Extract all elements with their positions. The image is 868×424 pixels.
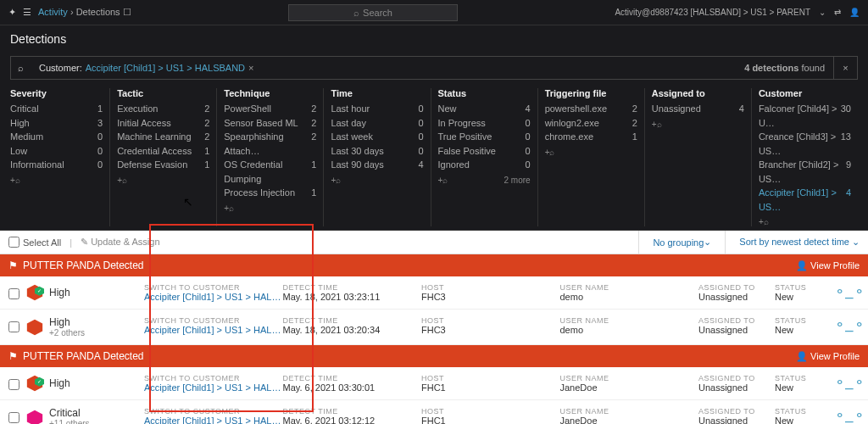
facet-item[interactable]: Brancher [Child2] > US…9 xyxy=(759,158,851,186)
facet-more[interactable]: 2 more xyxy=(504,176,531,185)
facet-item[interactable]: Informational0 xyxy=(10,158,103,172)
view-profile-button[interactable]: 👤 View Profile xyxy=(796,351,860,362)
sort-select[interactable]: Sort by newest detect time ⌄ xyxy=(726,237,860,248)
facet-search-icon[interactable]: +⌕ xyxy=(10,176,103,185)
facet-item[interactable]: Machine Learning2 xyxy=(117,130,209,144)
facet-item[interactable]: Last 30 days0 xyxy=(331,144,423,159)
breadcrumb-root[interactable]: Activity xyxy=(38,7,68,17)
facet-item[interactable]: chrome.exe1 xyxy=(545,130,637,144)
group-title: PUTTER PANDA Detected xyxy=(23,350,144,362)
global-search[interactable]: ⌕ Search xyxy=(288,4,458,21)
breadcrumb: Activity › Detections ☐ xyxy=(38,7,131,18)
facet-item[interactable]: Last day0 xyxy=(331,116,423,131)
host: FHC3 xyxy=(421,325,560,335)
facet-item[interactable]: Spearphishing Attach…2 xyxy=(224,130,316,158)
facet-search-icon[interactable]: +⌕ xyxy=(224,204,316,213)
facet-item[interactable]: Execution2 xyxy=(117,102,209,116)
search-icon[interactable]: ⌕ xyxy=(11,63,31,73)
facet-item[interactable]: PowerShell2 xyxy=(224,102,316,116)
detection-row[interactable]: ✓HighSWITCH TO CUSTOMERAccipiter [Child1… xyxy=(0,276,868,310)
facet-item[interactable]: High3 xyxy=(10,116,103,131)
facet-item[interactable]: True Positive0 xyxy=(438,130,531,144)
facet-item[interactable]: powershell.exe2 xyxy=(545,102,637,116)
facet-item[interactable]: Defense Evasion1 xyxy=(117,158,209,172)
list-toolbar: Select All | ✎ Update & Assign No groupi… xyxy=(0,231,868,254)
facet-item[interactable]: Low0 xyxy=(10,144,103,159)
group-title: PUTTER PANDA Detected xyxy=(23,259,144,271)
user-icon[interactable]: 👤 xyxy=(849,8,860,17)
grouping-select[interactable]: No grouping ⌄ xyxy=(638,231,726,254)
row-checkbox[interactable] xyxy=(8,321,19,332)
facet-item[interactable]: Sensor Based ML2 xyxy=(224,116,316,131)
facet-item[interactable]: Falconer [Child4] > U…30 xyxy=(759,102,851,130)
row-checkbox[interactable] xyxy=(8,288,19,299)
row-checkbox[interactable] xyxy=(8,379,19,390)
facet-item[interactable]: Creance [Child3] > US…13 xyxy=(759,130,851,158)
facet-item[interactable]: Initial Access2 xyxy=(117,116,209,131)
severity-label: High xyxy=(49,377,70,389)
customer-link[interactable]: Accipiter [Child1] > US1 > HALSBA… xyxy=(144,382,283,393)
process-tree-icon[interactable]: ⚬⎯⚬ xyxy=(834,407,860,423)
severity-icon xyxy=(25,409,44,425)
facet-item[interactable]: Critical1 xyxy=(10,102,103,116)
page-title: Detections xyxy=(0,25,868,53)
facet-item[interactable]: OS Credential Dumping1 xyxy=(224,158,316,186)
update-assign-button[interactable]: ✎ Update & Assign xyxy=(72,237,168,248)
facet-item[interactable]: Last 90 days4 xyxy=(331,158,423,172)
detect-time: May. 6, 2021 03:12:12 xyxy=(283,416,422,424)
customer-link[interactable]: Accipiter [Child1] > US1 > HALSBA… xyxy=(144,325,283,335)
detect-time: May. 18, 2021 03:23:11 xyxy=(283,292,422,302)
process-tree-icon[interactable]: ⚬⎯⚬ xyxy=(834,283,860,299)
svg-marker-3 xyxy=(27,319,42,334)
host: FHC1 xyxy=(421,382,560,393)
customer-link[interactable]: Accipiter [Child1] > US1 > HALSBA… xyxy=(144,416,283,424)
detection-row[interactable]: ✓HighSWITCH TO CUSTOMERAccipiter [Child1… xyxy=(0,367,868,400)
facet-item[interactable]: Last week0 xyxy=(331,130,423,144)
view-profile-button[interactable]: 👤 View Profile xyxy=(796,260,860,271)
flag-icon: ⚑ xyxy=(8,350,18,362)
facet-item[interactable]: Unassigned4 xyxy=(652,102,744,116)
facet-time: TimeLast hour0Last day0Last week0Last 30… xyxy=(323,88,430,226)
svg-marker-7 xyxy=(27,410,42,424)
facet-title: Time xyxy=(331,88,423,98)
flag-icon: ⚑ xyxy=(8,259,18,271)
facet-item[interactable]: Accipiter [Child1] > US…4 xyxy=(759,186,851,214)
facet-search-icon[interactable]: +⌕ xyxy=(117,176,209,185)
facet-item[interactable]: Ignored0 xyxy=(438,158,531,172)
facet-item[interactable]: False Positive0 xyxy=(438,144,531,159)
close-icon[interactable]: × xyxy=(248,63,253,73)
filter-bar: ⌕ Customer: Accipiter [Child1] > US1 > H… xyxy=(10,56,858,80)
severity-label: High xyxy=(49,316,85,328)
facet-item[interactable]: New4 xyxy=(438,102,531,116)
facet-search-icon[interactable]: +⌕ xyxy=(331,176,423,185)
menu-icon[interactable]: ☰ xyxy=(23,7,31,18)
row-checkbox[interactable] xyxy=(8,412,19,423)
detection-row[interactable]: Critical+11 othersSWITCH TO CUSTOMERAcci… xyxy=(0,400,868,424)
facet-search-icon[interactable]: +⌕2 more xyxy=(438,176,531,185)
facet-customer: CustomerFalconer [Child4] > U…30Creance … xyxy=(751,88,858,226)
chevron-down-icon[interactable]: ⌄ xyxy=(819,8,826,17)
facet-item[interactable]: Credential Access1 xyxy=(117,144,209,159)
facet-search-icon[interactable]: +⌕ xyxy=(759,217,851,226)
cursor-icon: ↖ xyxy=(183,195,193,209)
facet-search-icon[interactable]: +⌕ xyxy=(652,120,744,129)
process-tree-icon[interactable]: ⚬⎯⚬ xyxy=(834,316,860,332)
bookmark-icon[interactable]: ☐ xyxy=(123,7,131,17)
facet-item[interactable]: In Progress0 xyxy=(438,116,531,131)
facet-technique: TechniquePowerShell2Sensor Based ML2Spea… xyxy=(216,88,323,226)
customer-link[interactable]: Accipiter [Child1] > US1 > HALSBA… xyxy=(144,292,283,302)
facet-item[interactable]: Last hour0 xyxy=(331,102,423,116)
facet-item[interactable]: Process Injection1 xyxy=(224,186,316,200)
filter-chip-customer[interactable]: Customer: Accipiter [Child1] > US1 > HAL… xyxy=(31,63,263,73)
select-all[interactable]: Select All xyxy=(8,237,61,248)
context-label[interactable]: Activity@d9887423 [HALSBAND] > US1 > PAR… xyxy=(615,8,810,17)
detection-row[interactable]: High+2 othersSWITCH TO CUSTOMERAccipiter… xyxy=(0,310,868,345)
clear-filters-button[interactable]: × xyxy=(833,56,857,80)
search-icon: ⌕ xyxy=(353,8,359,18)
facet-search-icon[interactable]: +⌕ xyxy=(545,148,637,157)
group-header: ⚑PUTTER PANDA Detected👤 View Profile xyxy=(0,345,868,367)
facet-item[interactable]: Medium0 xyxy=(10,130,103,144)
switch-icon[interactable]: ⇄ xyxy=(834,8,841,17)
process-tree-icon[interactable]: ⚬⎯⚬ xyxy=(834,374,860,390)
facet-item[interactable]: winlogn2.exe2 xyxy=(545,116,637,131)
